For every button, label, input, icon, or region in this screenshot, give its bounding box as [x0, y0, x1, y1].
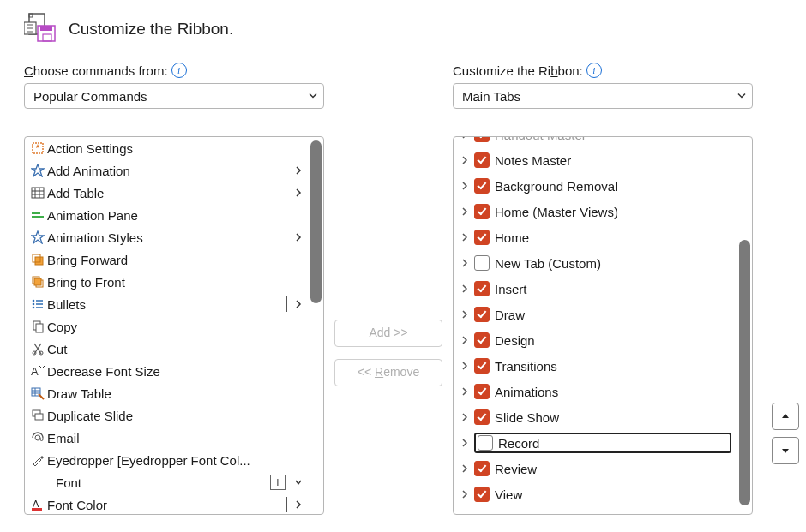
- command-item[interactable]: Draw Table: [25, 382, 310, 404]
- command-item[interactable]: AFont Color: [25, 493, 310, 515]
- tab-item[interactable]: New Tab (Custom): [454, 250, 738, 276]
- tab-checkbox[interactable]: [474, 384, 490, 399]
- tab-checkbox[interactable]: [474, 409, 490, 425]
- command-item[interactable]: Eyedropper [Eyedropper Font Col...: [25, 449, 310, 471]
- tab-item[interactable]: View: [454, 481, 738, 507]
- tab-checkbox[interactable]: [478, 435, 493, 451]
- command-label: Bullets: [47, 297, 285, 312]
- bring-forward-icon: [30, 252, 45, 267]
- decrease-font-icon: A: [30, 363, 45, 379]
- expand-chevron-icon[interactable]: [459, 284, 471, 293]
- command-label: Action Settings: [47, 141, 310, 156]
- tab-checkbox[interactable]: [474, 332, 490, 348]
- remove-button[interactable]: << Remove: [334, 359, 442, 386]
- tab-item[interactable]: Draw: [454, 302, 738, 327]
- tabs-listbox[interactable]: Handout MasterNotes MasterBackground Rem…: [453, 136, 753, 515]
- command-item[interactable]: Email: [25, 427, 310, 449]
- command-item[interactable]: ADecrease Font Size: [25, 360, 310, 382]
- email-icon: [30, 430, 45, 445]
- expand-chevron-icon[interactable]: [459, 156, 471, 164]
- tab-item[interactable]: Home: [454, 224, 738, 250]
- expand-chevron-icon[interactable]: [459, 336, 471, 344]
- draw-table-icon: [30, 386, 45, 401]
- tab-label: Review: [493, 462, 537, 476]
- expand-chevron-icon[interactable]: [459, 439, 471, 447]
- choose-commands-panel: Choose commands from: i Popular Commands…: [24, 63, 324, 515]
- scrollbar-thumb[interactable]: [310, 140, 322, 303]
- tab-item[interactable]: Notes Master: [454, 147, 738, 173]
- tab-checkbox[interactable]: [474, 255, 490, 271]
- reorder-buttons: [772, 403, 799, 464]
- expand-chevron-icon[interactable]: [459, 490, 471, 499]
- customize-ribbon-combo[interactable]: Main Tabs: [453, 83, 753, 109]
- command-label: Duplicate Slide: [47, 409, 310, 423]
- command-item[interactable]: Cut: [25, 338, 310, 360]
- command-item[interactable]: Bullets: [25, 293, 310, 315]
- tab-checkbox[interactable]: [474, 487, 490, 502]
- tab-label: Record: [496, 436, 539, 451]
- dropdown-chevron-icon: [291, 475, 306, 490]
- command-item[interactable]: Animation Pane: [25, 204, 310, 226]
- command-label: Decrease Font Size: [47, 364, 310, 379]
- tab-checkbox[interactable]: [474, 461, 490, 476]
- tab-checkbox[interactable]: [474, 178, 490, 194]
- tab-checkbox[interactable]: [474, 230, 490, 245]
- svg-rect-9: [35, 257, 43, 265]
- tab-checkbox[interactable]: [474, 358, 490, 374]
- tab-label: Background Removal: [493, 179, 617, 194]
- expand-chevron-icon[interactable]: [459, 387, 471, 396]
- page-title: Customize the Ribbon.: [69, 20, 233, 39]
- move-up-button[interactable]: [772, 403, 799, 430]
- split-separator: [286, 296, 287, 312]
- tab-item[interactable]: Transitions: [454, 353, 738, 379]
- tab-item[interactable]: Insert: [454, 276, 738, 302]
- command-label: Font: [56, 475, 268, 490]
- info-icon[interactable]: i: [586, 63, 602, 78]
- expand-chevron-icon[interactable]: [459, 207, 471, 216]
- tab-item[interactable]: Slide Show: [454, 404, 738, 430]
- commands-listbox[interactable]: Action SettingsAdd AnimationAdd TableAni…: [24, 136, 324, 515]
- tab-item[interactable]: Home (Master Views): [454, 199, 738, 224]
- command-item[interactable]: Add Animation: [25, 159, 310, 182]
- customize-ribbon-value: Main Tabs: [462, 89, 520, 104]
- scrollbar-thumb[interactable]: [739, 240, 750, 505]
- expand-chevron-icon[interactable]: [459, 233, 471, 242]
- expand-chevron-icon[interactable]: [459, 413, 471, 421]
- command-item[interactable]: FontI: [25, 471, 310, 493]
- cut-icon: [30, 341, 45, 356]
- tab-checkbox[interactable]: [474, 307, 490, 322]
- svg-point-15: [33, 303, 35, 306]
- command-item[interactable]: Bring Forward: [25, 248, 310, 271]
- add-button[interactable]: Add >>: [334, 320, 442, 347]
- tab-item[interactable]: Handout Master: [454, 136, 738, 147]
- tab-checkbox[interactable]: [474, 204, 490, 219]
- command-item[interactable]: Action Settings: [25, 137, 310, 159]
- choose-commands-combo[interactable]: Popular Commands: [24, 83, 324, 109]
- tab-checkbox[interactable]: [474, 152, 490, 168]
- expand-chevron-icon[interactable]: [459, 310, 471, 319]
- expand-chevron-icon[interactable]: [459, 464, 471, 473]
- info-icon[interactable]: i: [171, 63, 187, 78]
- expand-chevron-icon[interactable]: [459, 136, 471, 139]
- expand-chevron-icon[interactable]: [459, 362, 471, 370]
- tab-item[interactable]: Design: [454, 327, 738, 353]
- tab-item[interactable]: Record: [454, 430, 738, 456]
- tab-item[interactable]: Animations: [454, 379, 738, 404]
- command-label: Copy: [47, 320, 310, 334]
- ribbon-customize-icon: [24, 10, 58, 47]
- tab-item[interactable]: Background Removal: [454, 173, 738, 199]
- command-item[interactable]: Add Table: [25, 182, 310, 204]
- command-item[interactable]: Copy: [25, 315, 310, 338]
- command-item[interactable]: Bring to Front: [25, 271, 310, 293]
- svg-rect-2: [40, 26, 52, 31]
- command-item[interactable]: Animation Styles: [25, 226, 310, 248]
- tab-checkbox[interactable]: [474, 136, 490, 142]
- move-down-button[interactable]: [772, 437, 799, 464]
- svg-rect-13: [34, 278, 41, 285]
- animation-pane-icon: [30, 207, 45, 223]
- expand-chevron-icon[interactable]: [459, 259, 471, 267]
- tab-item[interactable]: Review: [454, 456, 738, 481]
- command-item[interactable]: Duplicate Slide: [25, 404, 310, 427]
- tab-checkbox[interactable]: [474, 281, 490, 296]
- expand-chevron-icon[interactable]: [459, 182, 471, 190]
